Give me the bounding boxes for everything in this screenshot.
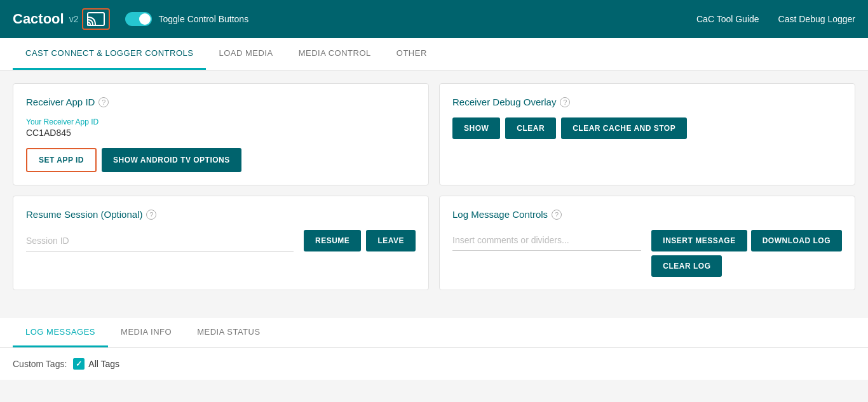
all-tags-checkbox-container[interactable]: All Tags (73, 358, 119, 370)
insert-message-button[interactable]: INSERT MESSAGE (651, 230, 747, 251)
app-header: Cactool v2 Toggle Control Buttons CaC To… (0, 0, 868, 38)
receiver-app-id-card: Receiver App ID ? Your Receiver App ID C… (13, 83, 429, 185)
show-debug-button[interactable]: SHOW (452, 117, 500, 139)
tab-cast-connect[interactable]: CAST CONNECT & LOGGER CONTROLS (13, 38, 206, 70)
toggle-area: Toggle Control Buttons (125, 12, 696, 26)
toggle-label: Toggle Control Buttons (158, 14, 248, 24)
set-app-id-button[interactable]: SET APP ID (26, 148, 97, 172)
resume-button[interactable]: RESUME (304, 230, 361, 251)
clear-log-button[interactable]: CLEAR LOG (651, 255, 722, 277)
log-buttons-area: INSERT MESSAGE DOWNLOAD LOG CLEAR LOG (651, 230, 842, 277)
tab-media-info[interactable]: MEDIA INFO (108, 318, 184, 347)
log-message-controls-help-icon[interactable]: ? (552, 210, 562, 220)
all-tags-label: All Tags (88, 359, 119, 369)
cast-debug-logger-link[interactable]: Cast Debug Logger (778, 14, 855, 24)
all-tags-checkbox[interactable] (73, 358, 85, 370)
tab-log-messages[interactable]: LOG MESSAGES (13, 318, 108, 347)
main-nav-tabs: CAST CONNECT & LOGGER CONTROLS LOAD MEDI… (0, 38, 868, 70)
tab-other[interactable]: OTHER (384, 38, 440, 70)
resume-session-title: Resume Session (Optional) ? (26, 209, 416, 220)
header-links: CaC Tool Guide Cast Debug Logger (696, 14, 855, 24)
bottom-cards-row: Resume Session (Optional) ? RESUME LEAVE… (13, 196, 855, 290)
receiver-debug-overlay-title: Receiver Debug Overlay ? (452, 97, 842, 107)
resume-session-card: Resume Session (Optional) ? RESUME LEAVE (13, 196, 429, 290)
log-input-area (452, 230, 641, 251)
bottom-nav-tabs: LOG MESSAGES MEDIA INFO MEDIA STATUS (0, 318, 868, 348)
session-id-input[interactable] (26, 231, 294, 251)
log-comment-input[interactable] (452, 230, 641, 251)
log-message-controls-card: Log Message Controls ? INSERT MESSAGE DO… (439, 196, 855, 290)
cast-icon-box[interactable] (82, 8, 110, 30)
download-log-button[interactable]: DOWNLOAD LOG (751, 230, 842, 251)
receiver-debug-overlay-card: Receiver Debug Overlay ? SHOW CLEAR CLEA… (439, 83, 855, 185)
custom-tags-label: Custom Tags: (13, 359, 67, 369)
show-android-tv-options-button[interactable]: SHOW ANDROID TV OPTIONS (102, 148, 241, 172)
logo-text: Cactool (13, 11, 64, 27)
log-message-controls-title: Log Message Controls ? (452, 209, 842, 220)
logo-area: Cactool v2 (13, 8, 110, 30)
leave-button[interactable]: LEAVE (366, 230, 416, 251)
toggle-control-buttons[interactable] (125, 12, 152, 26)
tab-media-control[interactable]: MEDIA CONTROL (286, 38, 384, 70)
clear-debug-button[interactable]: CLEAR (505, 117, 556, 139)
receiver-app-id-title: Receiver App ID ? (26, 97, 416, 107)
log-buttons-top-row: INSERT MESSAGE DOWNLOAD LOG (651, 230, 842, 251)
resume-session-buttons: RESUME LEAVE (304, 230, 416, 251)
clear-cache-and-stop-button[interactable]: CLEAR CACHE AND STOP (561, 117, 687, 139)
tab-load-media[interactable]: LOAD MEDIA (206, 38, 285, 70)
log-buttons-bottom-row: CLEAR LOG (651, 255, 722, 277)
receiver-app-id-value: CC1AD845 (26, 128, 416, 138)
tab-media-status[interactable]: MEDIA STATUS (184, 318, 273, 347)
receiver-debug-overlay-help-icon[interactable]: ? (560, 97, 570, 107)
log-card-content: INSERT MESSAGE DOWNLOAD LOG CLEAR LOG (452, 230, 842, 277)
receiver-app-buttons: SET APP ID SHOW ANDROID TV OPTIONS (26, 148, 416, 172)
logo-version: v2 (69, 14, 79, 24)
custom-tags-area: Custom Tags: All Tags (0, 348, 868, 380)
resume-session-help-icon[interactable]: ? (146, 210, 156, 220)
top-cards-row: Receiver App ID ? Your Receiver App ID C… (13, 83, 855, 185)
receiver-app-id-input-label: Your Receiver App ID (26, 117, 416, 126)
receiver-debug-buttons: SHOW CLEAR CLEAR CACHE AND STOP (452, 117, 842, 139)
receiver-app-id-help-icon[interactable]: ? (98, 97, 109, 107)
cac-tool-guide-link[interactable]: CaC Tool Guide (696, 14, 759, 24)
session-id-area (26, 231, 294, 251)
main-content: Receiver App ID ? Your Receiver App ID C… (0, 70, 868, 313)
resume-session-content: RESUME LEAVE (26, 230, 416, 251)
cast-icon (87, 12, 105, 26)
